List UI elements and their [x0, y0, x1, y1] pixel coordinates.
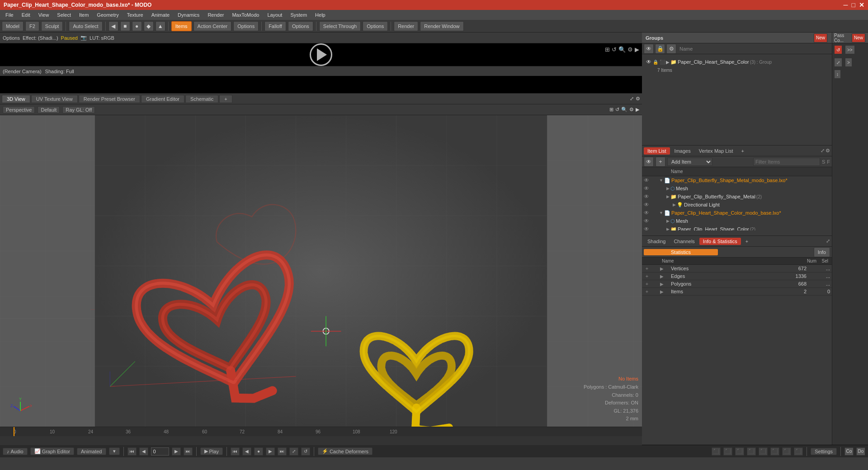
bottom-icon-5[interactable]: ⬛: [759, 447, 768, 456]
menu-animate[interactable]: Animate: [148, 11, 173, 19]
menu-dynamics[interactable]: Dynamics: [174, 11, 203, 19]
stats-add-items[interactable]: +: [644, 289, 650, 294]
render-window-btn[interactable]: Render Window: [420, 21, 463, 31]
preview-icon-4[interactable]: ⚙: [627, 46, 633, 53]
viewport-icon-3[interactable]: 🔍: [621, 107, 627, 113]
ray-gl-btn[interactable]: Ray GL: Off: [62, 106, 95, 113]
do-btn[interactable]: Do: [856, 447, 865, 456]
expand-items[interactable]: ▶: [660, 289, 665, 294]
transport-btn-3[interactable]: ●: [254, 447, 263, 456]
settings-icon-small[interactable]: ⚙: [636, 96, 640, 102]
tree-item-heart-mesh[interactable]: 👁 ▶ ⬡ Mesh: [642, 217, 832, 225]
eye-icon-4[interactable]: 👁: [644, 202, 649, 208]
item-list-add-btn[interactable]: +: [656, 157, 665, 167]
default-btn[interactable]: Default: [38, 106, 60, 113]
pass-col-new-btn[interactable]: New: [852, 33, 865, 42]
item-list-settings-icon[interactable]: ⚙: [826, 148, 830, 154]
select-through-options-btn[interactable]: Options: [363, 21, 388, 31]
frame-number-input[interactable]: [151, 447, 169, 456]
transport-btn-5[interactable]: ⏭: [278, 447, 287, 456]
preview-viewport[interactable]: [0, 43, 642, 66]
eye-icon-3[interactable]: 👁: [644, 193, 649, 200]
menu-texture[interactable]: Texture: [123, 11, 147, 19]
tree-item-butterfly-file[interactable]: 👁 ▼ 📄 Paper_Clip_Butterfly_Shape_Metal_m…: [642, 176, 832, 184]
falloff-options-btn[interactable]: Options: [288, 21, 313, 31]
pass-col-btn2[interactable]: >>: [845, 45, 855, 54]
menu-system[interactable]: System: [287, 11, 311, 19]
tab-add[interactable]: +: [219, 95, 232, 103]
tab-3d-view[interactable]: 3D View: [2, 95, 30, 103]
tree-item-dir-light-1[interactable]: 👁 ▶ 💡 Directional Light: [642, 201, 832, 209]
transport-btn-1[interactable]: ⏮: [231, 447, 240, 456]
tab-vertex-map-list[interactable]: Vertex Map List: [695, 147, 737, 155]
tab-info-statistics[interactable]: Info & Statistics: [699, 238, 741, 245]
menu-item[interactable]: Item: [75, 11, 92, 19]
auto-select-btn[interactable]: Auto Select: [69, 21, 102, 31]
tab-images[interactable]: Images: [671, 147, 694, 155]
expand-mesh-2[interactable]: ▶: [666, 219, 670, 223]
preview-icon-5[interactable]: ▶: [635, 46, 639, 53]
menu-render[interactable]: Render: [204, 11, 227, 19]
menu-edit[interactable]: Edit: [18, 11, 34, 19]
timeline-playhead[interactable]: [14, 427, 14, 436]
next-frame-btn[interactable]: ▶: [172, 447, 181, 456]
shape-btn-1[interactable]: ◀: [108, 21, 118, 31]
timeline-bar[interactable]: [0, 436, 642, 445]
expand-icon[interactable]: ⤢: [630, 96, 634, 102]
play-pause-button[interactable]: [310, 43, 332, 66]
shape-btn-4[interactable]: ◆: [144, 21, 154, 31]
tree-item-butterfly-shape[interactable]: 👁 ▶ 📁 Paper_Clip_Butterfly_Shape_Metal (…: [642, 193, 832, 201]
preview-icon-2[interactable]: ↺: [612, 46, 617, 53]
cache-deformers-btn[interactable]: ⚡ Cache Deformers: [318, 447, 373, 455]
transport-btn-4[interactable]: ▶: [266, 447, 275, 456]
sculpt-btn[interactable]: Sculpt: [41, 21, 63, 31]
model-btn[interactable]: Model: [2, 21, 24, 31]
prev-frame-btn[interactable]: ◀: [139, 447, 148, 456]
co-btn[interactable]: Co: [844, 447, 854, 456]
tree-item-butterfly-mesh[interactable]: 👁 ▶ ⬡ Mesh: [642, 184, 832, 193]
shape-btn-2[interactable]: ■: [120, 21, 130, 31]
viewport-icon-1[interactable]: ⊞: [609, 107, 613, 113]
menu-file[interactable]: File: [2, 11, 17, 19]
pass-icon-1[interactable]: ⤢: [834, 58, 842, 67]
item-list-eye-btn[interactable]: 👁: [644, 157, 654, 167]
maximize-btn[interactable]: □: [852, 1, 855, 9]
tab-item-list[interactable]: Item List: [644, 147, 670, 155]
tab-shading[interactable]: Shading: [644, 238, 669, 245]
viewport-icon-5[interactable]: ▶: [636, 107, 639, 113]
pass-icon-2[interactable]: >: [845, 58, 852, 67]
prev-key-btn[interactable]: ⏮: [127, 447, 137, 456]
groups-settings-btn[interactable]: ⚙: [666, 44, 676, 54]
bottom-icon-1[interactable]: ⬛: [712, 447, 721, 456]
tree-item-heart-file[interactable]: 👁 ▼ 📄 Paper_Clip_Heart_Shape_Color_modo_…: [642, 209, 832, 217]
expand-vertices[interactable]: ▶: [660, 266, 665, 271]
bottom-icon-6[interactable]: ⬛: [770, 447, 779, 456]
groups-lock-btn[interactable]: 🔒: [655, 44, 665, 54]
expand-arrow-group[interactable]: ▶: [666, 60, 670, 65]
shape-btn-3[interactable]: ●: [132, 21, 142, 31]
tab-channels[interactable]: Channels: [670, 238, 698, 245]
menu-help[interactable]: Help: [311, 11, 329, 19]
eye-icon-1[interactable]: 👁: [644, 177, 649, 183]
timeline-ruler[interactable]: 0 10 24 36 48 60 72 84 96 108 120: [0, 427, 642, 436]
expand-heart-shape[interactable]: ▶: [666, 227, 670, 230]
transport-btn-7[interactable]: ↺: [301, 447, 310, 456]
next-key-btn[interactable]: ⏭: [184, 447, 193, 456]
f2-btn[interactable]: F2: [25, 21, 39, 31]
animated-dropdown[interactable]: ▾: [109, 447, 120, 455]
menu-layout[interactable]: Layout: [264, 11, 286, 19]
expand-edges[interactable]: ▶: [660, 274, 665, 279]
menu-maxtomodo[interactable]: MaxToModo: [228, 11, 263, 19]
window-controls[interactable]: ─ □ ✕: [844, 1, 864, 9]
close-btn[interactable]: ✕: [859, 1, 864, 9]
eye-icon-5[interactable]: 👁: [644, 210, 649, 216]
groups-eye-btn[interactable]: 👁: [644, 44, 654, 54]
animated-btn[interactable]: Animated: [77, 448, 106, 455]
preview-icon-1[interactable]: ⊞: [605, 46, 610, 53]
expand-polygons[interactable]: ▶: [660, 282, 665, 287]
audio-btn[interactable]: ♪ Audio: [3, 448, 28, 455]
stats-add-edges[interactable]: +: [644, 273, 650, 279]
graph-editor-btn[interactable]: 📈 Graph Editor: [30, 447, 74, 455]
expand-heart-file[interactable]: ▼: [659, 211, 663, 215]
tab-gradient-editor[interactable]: Gradient Editor: [141, 95, 184, 103]
